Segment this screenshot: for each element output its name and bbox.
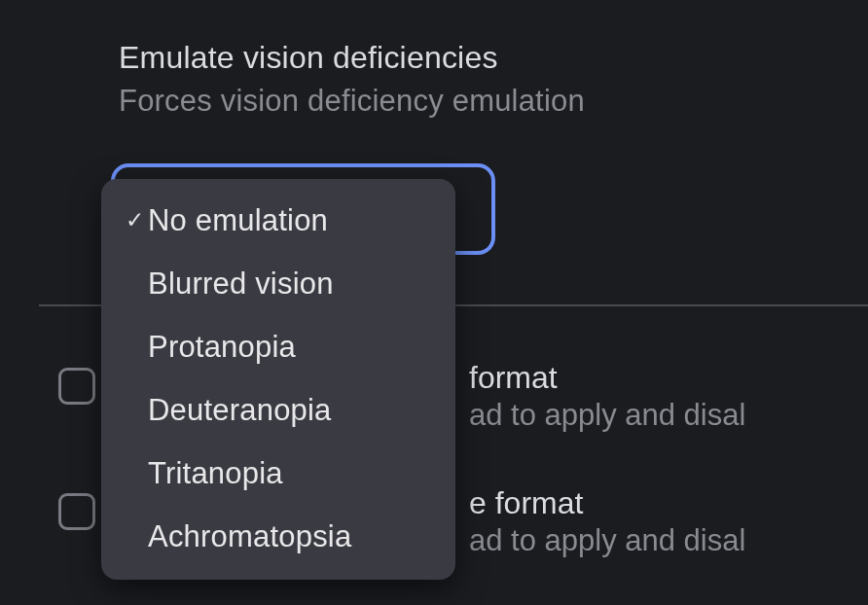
setting-subtitle: Forces vision deficiency emulation (119, 81, 868, 122)
checkmark-icon: ✓ (121, 209, 148, 231)
setting-title: Emulate vision deficiencies (119, 37, 868, 79)
dropdown-option-deuteranopia[interactable]: Deuteranopia (101, 378, 455, 442)
dropdown-option-label: Deuteranopia (148, 393, 332, 428)
dropdown-option-label: Protanopia (148, 330, 296, 365)
setting-checkbox-1[interactable] (58, 368, 95, 405)
dropdown-option-tritanopia[interactable]: Tritanopia (101, 442, 455, 505)
setting-row-title: format (469, 360, 745, 396)
vision-deficiency-dropdown: ✓ No emulation Blurred vision Protanopia… (101, 179, 455, 580)
dropdown-option-no-emulation[interactable]: ✓ No emulation (101, 189, 455, 252)
dropdown-option-label: Achromatopsia (148, 519, 351, 554)
setting-row-subtitle: ad to apply and disal (469, 398, 745, 433)
dropdown-option-label: Tritanopia (148, 456, 283, 491)
dropdown-option-protanopia[interactable]: Protanopia (101, 315, 455, 378)
setting-row-subtitle: ad to apply and disal (469, 523, 745, 558)
setting-row-title: e format (469, 485, 745, 521)
dropdown-option-label: No emulation (148, 203, 328, 238)
dropdown-option-achromatopsia[interactable]: Achromatopsia (101, 505, 455, 568)
dropdown-option-blurred-vision[interactable]: Blurred vision (101, 252, 455, 315)
dropdown-option-label: Blurred vision (148, 267, 334, 302)
setting-checkbox-2[interactable] (58, 493, 95, 530)
